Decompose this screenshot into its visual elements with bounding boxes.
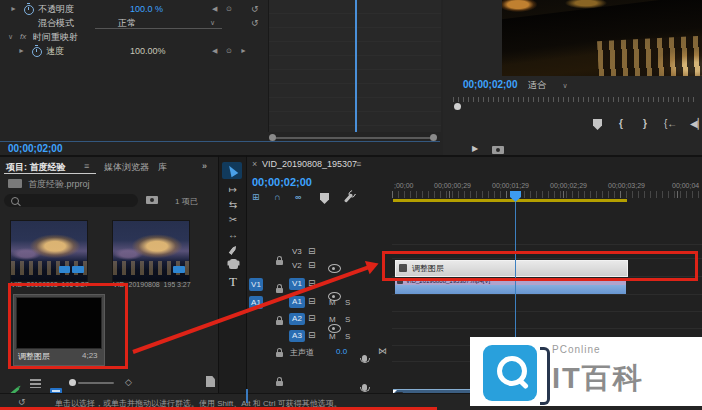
lock-icon[interactable] <box>276 320 283 325</box>
twirl-icon[interactable]: ► <box>10 3 17 15</box>
mark-in-button[interactable]: { <box>619 118 623 129</box>
track-a3-button[interactable]: A3 <box>289 330 305 342</box>
reset-icon[interactable]: ↺ <box>251 3 259 15</box>
ruler-label: ;00;00 <box>394 182 413 189</box>
watermark: PConline IT百科 <box>470 337 702 406</box>
ruler-label: 00;00;04 <box>672 182 699 189</box>
opacity-value[interactable]: 100.0 % <box>130 3 163 15</box>
track-select-tool-icon[interactable]: ↦ <box>219 184 247 195</box>
track-v2-label[interactable]: V2 <box>292 261 302 270</box>
track-v3-label[interactable]: V3 <box>292 247 302 256</box>
sync-lock-icon[interactable]: ⊟ <box>308 313 316 323</box>
ingest-camera-icon[interactable] <box>146 196 158 204</box>
ec-zoom-handle-right[interactable] <box>430 134 437 141</box>
track-a1-button[interactable]: A1 <box>289 296 305 308</box>
master-track-label[interactable]: 主声道 <box>290 347 314 358</box>
export-frame-icon[interactable] <box>492 146 504 154</box>
timeline-ruler[interactable] <box>392 191 702 198</box>
zoom-fit-dropdown[interactable]: 适合 ∨ <box>528 79 580 92</box>
active-tab-underline <box>4 173 96 174</box>
ec-zoom-scrollbar[interactable] <box>272 137 436 139</box>
goto-in-button[interactable]: {← <box>664 118 677 129</box>
mute-button[interactable]: M <box>329 332 336 341</box>
slip-tool-icon[interactable]: ↔ <box>219 229 247 240</box>
speed-row: ► 速度 100.00% ◀ ⊙ ► <box>0 45 268 57</box>
panel-focus-edge <box>246 389 248 403</box>
track-a2-button[interactable]: A2 <box>289 313 305 325</box>
zoom-slider-track[interactable] <box>78 382 114 384</box>
add-keyframe-icon[interactable]: ⊙ <box>226 3 232 15</box>
stopwatch-icon[interactable] <box>24 5 34 15</box>
nest-sequence-icon[interactable]: ⊞ <box>252 192 260 202</box>
pen-tool-icon[interactable] <box>228 245 237 255</box>
ruler-label: 00;00;02;29 <box>550 182 587 189</box>
watermark-magnifier-logo <box>483 345 537 401</box>
prev-keyframe-icon[interactable]: ◀ <box>212 45 217 57</box>
play-button[interactable]: ▶ <box>472 144 478 153</box>
panel-menu-icon[interactable]: ≡ <box>84 161 89 171</box>
sync-lock-icon[interactable]: ⊟ <box>308 246 316 256</box>
zoom-slider-handle[interactable] <box>69 379 76 386</box>
next-keyframe-icon[interactable]: ► <box>240 45 247 57</box>
hand-tool-icon[interactable] <box>229 261 238 269</box>
speed-value[interactable]: 100.00% <box>130 45 166 57</box>
project-file-name[interactable]: 首度经验.prproj <box>28 178 90 191</box>
prev-keyframe-icon[interactable]: ◀ <box>212 3 217 15</box>
ec-zoom-handle-left[interactable] <box>269 134 276 141</box>
master-level-value[interactable]: 0.0 <box>336 347 347 356</box>
sync-lock-icon[interactable]: ⊟ <box>308 296 316 306</box>
program-timecode[interactable]: 00;00;02;00 <box>463 79 517 90</box>
reset-icon[interactable]: ↺ <box>251 17 259 29</box>
blend-mode-row: 混合模式 正常 ∨ ↺ <box>0 17 268 29</box>
voiceover-mic-icon[interactable] <box>362 384 367 391</box>
lock-icon[interactable] <box>276 352 283 357</box>
solo-button[interactable]: S <box>345 315 350 324</box>
clip-thumbnail[interactable] <box>112 220 190 282</box>
ripple-edit-tool-icon[interactable]: ⇆ <box>219 199 247 210</box>
twirl-icon[interactable]: ► <box>18 45 25 57</box>
master-pan-icon[interactable]: ⋈ <box>378 346 387 356</box>
mark-out-button[interactable]: } <box>643 118 647 129</box>
lock-icon[interactable] <box>276 288 283 293</box>
lock-icon[interactable] <box>276 381 283 386</box>
voiceover-mic-icon[interactable] <box>362 355 367 362</box>
add-marker-icon[interactable] <box>593 119 602 130</box>
track-output-eye-icon[interactable] <box>328 264 341 273</box>
sync-lock-icon[interactable]: ⊟ <box>308 330 316 340</box>
list-view-icon[interactable] <box>30 379 41 388</box>
search-input[interactable] <box>4 194 138 207</box>
mute-button[interactable]: M <box>329 298 336 307</box>
solo-button[interactable]: S <box>345 298 350 307</box>
lock-icon[interactable] <box>276 260 283 265</box>
linked-selection-icon[interactable]: ∞ <box>295 192 301 202</box>
monitor-playhead-knob[interactable] <box>454 103 461 110</box>
timeline-timecode[interactable]: 00;00;02;00 <box>252 176 312 188</box>
stopwatch-icon[interactable] <box>32 47 42 57</box>
type-tool-icon[interactable]: T <box>219 274 247 290</box>
automate-to-sequence-icon[interactable]: ◇ <box>125 377 132 387</box>
mute-button[interactable]: M <box>329 315 336 324</box>
clip-thumbnail[interactable] <box>10 220 88 282</box>
twirl-icon[interactable]: ∨ <box>8 31 13 43</box>
effect-playhead[interactable] <box>355 0 357 132</box>
sequence-tab[interactable]: VID_20190808_195307 <box>262 159 357 169</box>
new-item-icon[interactable] <box>206 376 215 387</box>
effect-controls-timecode[interactable]: 00;00;02;00 <box>8 143 62 154</box>
snap-magnet-icon[interactable]: ∩ <box>274 192 281 202</box>
source-patch-v1[interactable]: V1 <box>249 278 263 291</box>
step-back-button[interactable]: ◀▏ <box>690 118 702 129</box>
solo-button[interactable]: S <box>345 332 350 341</box>
sync-lock-icon[interactable]: ⊟ <box>308 260 316 270</box>
tab-overflow-icon[interactable]: » <box>202 161 207 171</box>
add-keyframe-icon[interactable]: ⊙ <box>226 45 232 57</box>
blend-mode-label: 混合模式 <box>38 17 74 29</box>
work-area-bar[interactable] <box>393 199 627 202</box>
close-icon[interactable]: × <box>252 159 257 169</box>
panel-menu-icon[interactable]: ≡ <box>356 159 361 169</box>
monitor-scrub-ruler[interactable] <box>453 97 697 102</box>
blend-mode-dropdown[interactable]: 正常 ∨ <box>95 17 222 29</box>
tab-libraries[interactable]: 库 <box>158 161 167 174</box>
tab-media-browser[interactable]: 媒体浏览器 <box>104 161 149 174</box>
video-content <box>597 35 702 76</box>
razor-tool-icon[interactable]: ✂ <box>219 214 247 225</box>
